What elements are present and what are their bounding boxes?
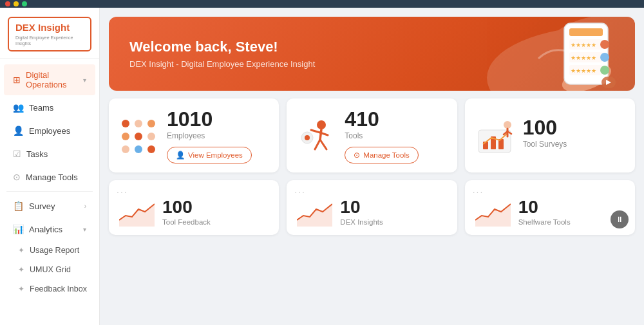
sidebar-sub-label: Feedback Inbox [30, 284, 87, 293]
manage-tools-icon: ⊙ [13, 172, 21, 182]
employees-count: 1010 [167, 109, 269, 129]
sidebar-item-feedback-inbox[interactable]: ✦ Feedback Inbox [0, 279, 99, 299]
surveys-count: 100 [523, 117, 625, 138]
feedback-chart [119, 198, 155, 227]
analytics-icon: 📊 [13, 224, 24, 234]
employees-illustration [119, 117, 158, 156]
sidebar-item-label: Teams [29, 103, 53, 113]
window-chrome [0, 0, 644, 8]
svg-line-30 [320, 140, 327, 149]
surveys-label: Tool Surveys [523, 140, 625, 149]
feedback-inbox-icon: ✦ [18, 284, 24, 293]
logo-area: DEX Insight Digital Employee Experience … [0, 8, 99, 59]
sidebar-item-analytics[interactable]: 📊 Analytics ▾ [4, 218, 95, 240]
logo-box: DEX Insight Digital Employee Experience … [8, 17, 91, 51]
more-dots-feedback[interactable]: ··· [117, 187, 128, 197]
logo-title: DEX Insight [15, 22, 84, 33]
shelfware-label: Shelfware Tools [518, 218, 571, 226]
svg-point-22 [122, 145, 129, 153]
employees-icon: 👤 [13, 125, 24, 136]
employees-label: Employees [167, 131, 269, 140]
sidebar-item-label: Employees [29, 126, 70, 136]
tools-count: 410 [345, 109, 446, 129]
sidebar-item-teams[interactable]: 👥 Teams [4, 97, 95, 118]
more-dots-dex[interactable]: ··· [294, 187, 306, 197]
chevron-down-icon-analytics: ▾ [83, 226, 86, 233]
close-dot[interactable] [5, 1, 10, 6]
digital-operations-icon: ⊞ [13, 75, 21, 85]
surveys-stat-card: 100 Tool Surveys [465, 98, 635, 172]
svg-point-17 [135, 120, 142, 127]
shelfware-count: 10 [518, 198, 571, 216]
shelfware-info: 10 Shelfware Tools [518, 198, 571, 226]
svg-line-29 [315, 140, 320, 149]
svg-point-25 [317, 120, 326, 129]
manage-tools-button[interactable]: ⊙ Manage Tools [345, 147, 418, 163]
sidebar-item-label: Manage Tools [26, 172, 78, 182]
svg-point-24 [147, 145, 155, 153]
svg-point-19 [122, 133, 129, 140]
more-dots-shelfware[interactable]: ··· [473, 187, 484, 197]
shelfware-tools-card: ··· 10 Shelfware Tools ⏸ [465, 180, 635, 235]
sidebar-item-usage-report[interactable]: ✦ Usage Report [0, 241, 99, 260]
pause-icon: ⏸ [616, 215, 623, 224]
sidebar-sub-label: Usage Report [30, 246, 79, 255]
svg-point-32 [305, 135, 310, 140]
tool-feedback-card: ··· 100 Tool Feedback [109, 180, 279, 235]
umux-grid-icon: ✦ [18, 265, 24, 274]
shelfware-chart [475, 198, 511, 227]
dex-insights-card: ··· 10 DEX Insights [287, 180, 457, 235]
tools-card-info: 410 Tools ⊙ Manage Tools [345, 109, 446, 163]
pause-button[interactable]: ⏸ [611, 210, 629, 228]
survey-icon: 📋 [13, 201, 24, 211]
sidebar: DEX Insight Digital Employee Experience … [0, 8, 100, 325]
surveys-card-info: 100 Tool Surveys [523, 117, 625, 155]
tools-label: Tools [345, 131, 446, 140]
app-container: DEX Insight Digital Employee Experience … [0, 0, 644, 325]
svg-line-26 [320, 129, 321, 140]
dex-count: 10 [340, 198, 383, 216]
welcome-banner: Welcome back, Steve! DEX Insight - Digit… [109, 17, 635, 91]
sidebar-item-label: Survey [29, 201, 55, 211]
dex-chart [297, 198, 332, 227]
view-employees-button[interactable]: 👤 View Employees [167, 147, 252, 163]
sidebar-item-tasks[interactable]: ☑ Tasks [4, 143, 95, 165]
content-wrap: DEX Insight Digital Employee Experience … [0, 8, 644, 325]
feedback-count: 100 [162, 198, 211, 216]
chevron-down-icon: ▾ [83, 77, 86, 84]
manage-tools-label: Manage Tools [363, 151, 409, 159]
sidebar-item-survey[interactable]: 📋 Survey › [4, 195, 95, 217]
sidebar-item-label: Digital Operations [26, 70, 78, 89]
svg-line-27 [311, 130, 320, 133]
minimize-dot[interactable] [14, 1, 19, 6]
svg-point-16 [122, 120, 129, 127]
feedback-label: Tool Feedback [162, 218, 211, 226]
employees-stat-card: 1010 Employees 👤 View Employees [109, 98, 279, 172]
dex-info: 10 DEX Insights [340, 198, 383, 226]
tasks-icon: ☑ [13, 149, 21, 159]
svg-point-20 [135, 133, 142, 140]
svg-point-23 [135, 145, 142, 153]
view-employees-icon: 👤 [176, 151, 185, 160]
main-content: Welcome back, Steve! DEX Insight - Digit… [100, 8, 644, 325]
sidebar-item-manage-tools[interactable]: ⊙ Manage Tools [4, 166, 95, 188]
svg-point-21 [147, 133, 155, 140]
sidebar-item-label: Analytics [29, 225, 62, 234]
feedback-info: 100 Tool Feedback [162, 198, 211, 226]
sidebar-item-employees[interactable]: 👤 Employees [4, 120, 95, 142]
view-employees-label: View Employees [188, 151, 243, 159]
sidebar-sub-label: UMUX Grid [30, 265, 71, 274]
tools-illustration [297, 117, 336, 156]
dex-label: DEX Insights [340, 218, 383, 226]
sidebar-item-label: Tasks [26, 149, 48, 159]
sidebar-item-digital-operations[interactable]: ⊞ Digital Operations ▾ [4, 64, 95, 95]
logo-subtitle: Digital Employee Experience Insights [15, 35, 84, 46]
bottom-cards-row: ··· 100 Tool Feedback ··· [109, 180, 635, 235]
svg-point-37 [504, 121, 511, 129]
tools-stat-card: 410 Tools ⊙ Manage Tools [287, 98, 457, 172]
sidebar-item-umux-grid[interactable]: ✦ UMUX Grid [0, 260, 99, 279]
chevron-right-icon: › [84, 203, 86, 210]
maximize-dot[interactable] [22, 1, 27, 6]
sidebar-divider [6, 191, 93, 192]
usage-report-icon: ✦ [18, 246, 24, 255]
